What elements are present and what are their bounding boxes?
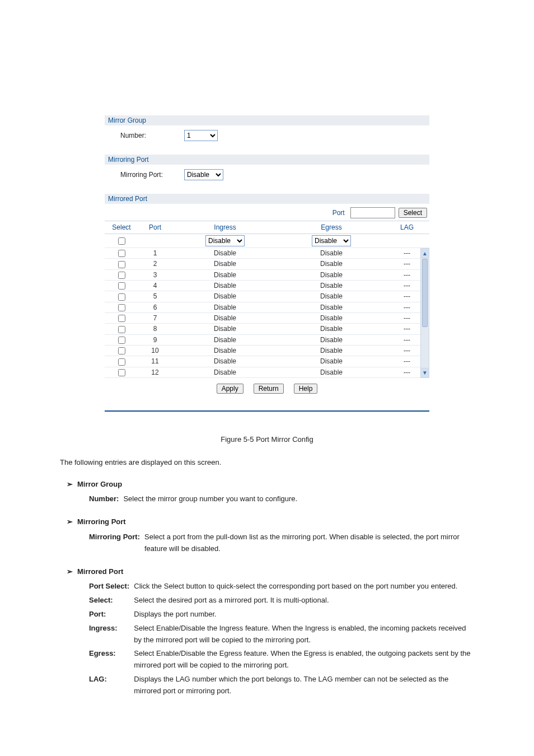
cell-port: 3 bbox=[138, 269, 172, 280]
mirroring-port-label: Mirroring Port: bbox=[120, 171, 171, 179]
row-select-checkbox[interactable] bbox=[118, 358, 125, 366]
cell-egress: Disable bbox=[278, 248, 385, 259]
bullet-arrow-icon: ➢ bbox=[67, 517, 73, 526]
cell-port: 12 bbox=[138, 367, 172, 377]
table-row: 5DisableDisable--- bbox=[105, 291, 429, 302]
cell-port: 10 bbox=[138, 345, 172, 356]
cell-ingress: Disable bbox=[172, 345, 278, 356]
figure-caption: Figure 5-5 Port Mirror Config bbox=[60, 434, 474, 446]
number-label: Number: bbox=[120, 132, 171, 139]
cell-egress: Disable bbox=[278, 324, 385, 334]
doc-item: LAG:Displays the LAG number which the po… bbox=[89, 673, 474, 698]
cell-egress: Disable bbox=[278, 259, 385, 269]
help-button[interactable]: Help bbox=[294, 384, 318, 394]
cell-port: 1 bbox=[138, 248, 172, 259]
row-select-checkbox[interactable] bbox=[118, 293, 125, 301]
doc-item-key: Number: bbox=[89, 492, 123, 506]
scroll-up-icon[interactable]: ▲ bbox=[421, 249, 429, 258]
col-egress: Egress bbox=[278, 221, 385, 234]
doc-section-title: ➢Mirroring Port bbox=[67, 516, 474, 528]
doc-section-title: ➢Mirror Group bbox=[67, 479, 474, 491]
table-row: 3DisableDisable--- bbox=[105, 269, 429, 280]
return-button[interactable]: Return bbox=[254, 384, 284, 394]
header-ingress-select[interactable]: Disable bbox=[205, 235, 245, 246]
table-row: 8DisableDisable--- bbox=[105, 324, 429, 334]
row-select-checkbox[interactable] bbox=[118, 250, 125, 257]
bullet-arrow-icon: ➢ bbox=[67, 480, 73, 488]
doc-item-key: Mirroring Port: bbox=[89, 530, 144, 556]
cell-egress: Disable bbox=[278, 280, 385, 291]
cell-port: 8 bbox=[138, 324, 172, 334]
mirrored-port-table-body: 1DisableDisable---2DisableDisable---3Dis… bbox=[105, 248, 429, 378]
row-select-checkbox[interactable] bbox=[118, 304, 125, 311]
col-ingress: Ingress bbox=[172, 221, 278, 234]
table-scroll-area: 1DisableDisable---2DisableDisable---3Dis… bbox=[105, 248, 429, 378]
col-select: Select bbox=[105, 221, 138, 234]
cell-egress: Disable bbox=[278, 345, 385, 356]
row-select-checkbox[interactable] bbox=[118, 315, 125, 322]
row-select-checkbox[interactable] bbox=[118, 272, 125, 279]
number-select[interactable]: 1 bbox=[184, 130, 218, 141]
doc-item-value: Displays the LAG number which the port b… bbox=[134, 673, 474, 698]
table-row: 7DisableDisable--- bbox=[105, 312, 429, 323]
doc-item-key: Select: bbox=[89, 594, 134, 608]
cell-egress: Disable bbox=[278, 334, 385, 345]
col-port: Port bbox=[138, 221, 172, 234]
cell-ingress: Disable bbox=[172, 291, 278, 302]
doc-item-value: Select a port from the pull-down list as… bbox=[144, 530, 474, 556]
cell-ingress: Disable bbox=[172, 324, 278, 334]
table-row: 6DisableDisable--- bbox=[105, 302, 429, 312]
doc-section-title: ➢Mirrored Port bbox=[67, 566, 474, 578]
select-button[interactable]: Select bbox=[399, 208, 427, 218]
row-select-checkbox[interactable] bbox=[118, 369, 125, 376]
doc-item-key: Ingress: bbox=[89, 622, 134, 647]
select-all-checkbox[interactable] bbox=[118, 237, 125, 245]
doc-item: Port Select:Click the Select button to q… bbox=[89, 580, 474, 594]
doc-item: Select:Select the desired port as a mirr… bbox=[89, 594, 474, 608]
cell-ingress: Disable bbox=[172, 280, 278, 291]
cell-egress: Disable bbox=[278, 302, 385, 312]
port-search-label: Port bbox=[332, 209, 345, 217]
vertical-scrollbar[interactable]: ▲ ▼ bbox=[420, 248, 429, 378]
row-select-checkbox[interactable] bbox=[118, 347, 125, 354]
cell-port: 9 bbox=[138, 334, 172, 345]
cell-egress: Disable bbox=[278, 367, 385, 377]
port-search-input[interactable] bbox=[350, 207, 395, 218]
cell-egress: Disable bbox=[278, 356, 385, 367]
doc-lead: The following entries are displayed on t… bbox=[60, 457, 474, 469]
scroll-thumb[interactable] bbox=[422, 259, 428, 327]
section-mirror-group: Mirror Group bbox=[105, 115, 429, 125]
documentation-text: Figure 5-5 Port Mirror Config The follow… bbox=[60, 434, 474, 698]
doc-item: Mirroring Port:Select a port from the pu… bbox=[89, 530, 474, 556]
doc-item-value: Select the desired port as a mirrored po… bbox=[134, 594, 474, 608]
mirroring-port-select[interactable]: Disable bbox=[184, 169, 223, 180]
panel-bottom-rule bbox=[105, 410, 429, 412]
doc-item: Number:Select the mirror group number yo… bbox=[89, 492, 297, 506]
row-select-checkbox[interactable] bbox=[118, 337, 125, 344]
table-row: 9DisableDisable--- bbox=[105, 334, 429, 345]
doc-item: Egress:Select Enable/Disable the Egress … bbox=[89, 647, 474, 673]
cell-port: 7 bbox=[138, 312, 172, 323]
cell-ingress: Disable bbox=[172, 248, 278, 259]
col-lag: LAG bbox=[385, 221, 429, 234]
header-egress-select[interactable]: Disable bbox=[312, 235, 351, 246]
doc-item-key: Port Select: bbox=[89, 580, 134, 594]
doc-item-key: Port: bbox=[89, 608, 134, 622]
table-row: 11DisableDisable--- bbox=[105, 356, 429, 367]
cell-ingress: Disable bbox=[172, 259, 278, 269]
section-mirrored-port: Mirrored Port bbox=[105, 194, 429, 204]
row-select-checkbox[interactable] bbox=[118, 282, 125, 290]
doc-item: Port:Displays the port number. bbox=[89, 608, 474, 622]
mirrored-port-table-header: Select Port Ingress Egress LAG Disable D… bbox=[105, 221, 429, 248]
cell-ingress: Disable bbox=[172, 302, 278, 312]
table-row: 12DisableDisable--- bbox=[105, 367, 429, 377]
cell-egress: Disable bbox=[278, 291, 385, 302]
scroll-down-icon[interactable]: ▼ bbox=[421, 368, 429, 377]
table-row: 2DisableDisable--- bbox=[105, 259, 429, 269]
port-mirror-config-panel: Mirror Group Number: 1 Mirroring Port Mi… bbox=[105, 115, 429, 412]
row-select-checkbox[interactable] bbox=[118, 326, 125, 333]
bullet-arrow-icon: ➢ bbox=[67, 567, 73, 576]
apply-button[interactable]: Apply bbox=[217, 384, 243, 394]
cell-port: 4 bbox=[138, 280, 172, 291]
row-select-checkbox[interactable] bbox=[118, 261, 125, 268]
